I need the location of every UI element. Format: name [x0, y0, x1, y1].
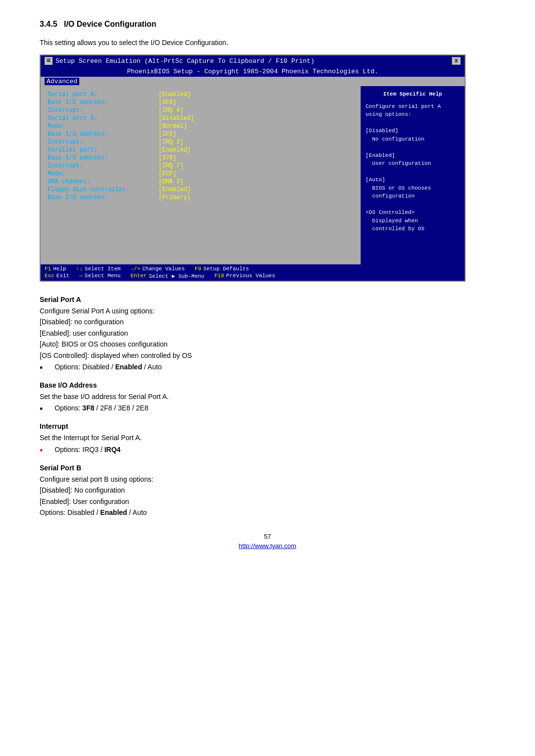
bios-row-base-io-b: Base I/O address: [2F8]	[48, 131, 354, 138]
doc-base-io-options-text: Options: 3F8 / 2F8 / 3E8 / 2E8	[54, 404, 148, 413]
bios-footer-change: -/+ Change Values	[130, 266, 185, 272]
bios-label-interrupt-b: Interrupt:	[48, 139, 157, 146]
doc-interrupt: Interrupt Set the Interrupt for Serial P…	[40, 422, 495, 454]
doc-serial-a-title: Serial Port A	[40, 296, 495, 303]
bios-label-serial-a: Serial port A:	[48, 91, 157, 98]
doc-serial-b-title: Serial Port B	[40, 464, 495, 472]
doc-serial-a-text: Configure Serial Port A using options: […	[40, 305, 495, 361]
bios-row-dma: DMA channel: [DMA 3]	[48, 178, 354, 185]
bios-footer-f10: F10 Previous Values	[214, 273, 275, 279]
page-link[interactable]: http://www.tyan.com	[239, 542, 296, 550]
bios-row-mode-parallel: Mode: [ECP]	[48, 170, 354, 177]
bullet-icon-serial-a: •	[40, 363, 43, 372]
bios-window-icon: 🖥	[45, 57, 53, 65]
page-footer: 57 http://www.tyan.com	[40, 533, 495, 550]
bios-label-base-io-b: Base I/O address:	[48, 131, 157, 138]
bios-row-mode-b: Mode: [Normal]	[48, 123, 354, 130]
bullet-icon-base-io: •	[40, 404, 43, 413]
bios-value-dma: [DMA 3]	[159, 178, 183, 185]
bios-footer-f9: F9 Setup Defaults	[195, 266, 249, 272]
bios-row-base-io-a: Base I/O address: [3F8]	[48, 99, 354, 106]
doc-interrupt-options-text: Options: IRQ3 / IRQ4	[54, 446, 120, 455]
bios-titlebar-text: Setup Screen Emulation (Alt-PrtSc Captur…	[55, 57, 315, 65]
section-title: 3.4.5 I/O Device Configuration	[40, 20, 495, 29]
bios-label-base-io-a: Base I/O address:	[48, 99, 157, 106]
bios-value-base-io-parallel: [378]	[159, 154, 176, 161]
bios-value-serial-a: [Enabled]	[159, 91, 191, 98]
bios-footer-arrows: ↑↓ Select Item	[76, 266, 121, 272]
bios-row-floppy: Floppy disk controller: [Enabled]	[48, 186, 354, 193]
bios-value-serial-b: [Disabled]	[159, 115, 194, 122]
bios-row-serial-a: Serial port A: [Enabled]	[48, 91, 354, 98]
bios-label-base-io-parallel: Base I/O address:	[48, 154, 157, 161]
bios-row-serial-b: Serial port B: [Disabled]	[48, 115, 354, 122]
bios-label-mode-parallel: Mode:	[48, 170, 157, 177]
doc-serial-b-text: Configure serial port B using options: […	[40, 474, 495, 518]
bios-row-interrupt-a: Interrupt: [IRQ 4]	[48, 107, 354, 114]
bios-value-parallel: [Enabled]	[159, 147, 191, 153]
bios-footer: F1 Help ↑↓ Select Item -/+ Change Values…	[41, 264, 465, 281]
bios-value-interrupt-parallel: [IRQ 7]	[159, 162, 183, 169]
bios-row-parallel: Parallel port: [Enabled]	[48, 147, 354, 153]
bios-titlebar: 🖥 Setup Screen Emulation (Alt-PrtSc Capt…	[41, 55, 465, 66]
bios-footer-row-2: Esc Exit ↔ Select Menu Enter Select ▶ Su…	[45, 273, 461, 279]
bios-body: Serial port A: [Enabled] Base I/O addres…	[41, 86, 465, 264]
bios-value-interrupt-a: [IRQ 4]	[159, 107, 183, 114]
bios-help-title: Item Specific Help	[366, 90, 460, 99]
bios-label-parallel: Parallel port:	[48, 147, 157, 153]
bios-label-dma: DMA channel:	[48, 178, 157, 185]
bios-help-content: Configure serial port A using options: […	[366, 102, 460, 233]
bios-window: 🖥 Setup Screen Emulation (Alt-PrtSc Capt…	[40, 54, 466, 282]
bios-header: PhoenixBIOS Setup - Copyright 1985-2004 …	[41, 66, 465, 77]
bios-value-base-io-floppy: [Primary]	[159, 194, 191, 201]
bios-label-floppy: Floppy disk controller:	[48, 186, 157, 193]
bios-footer-enter: Enter Select ▶ Sub-Menu	[130, 273, 204, 279]
bios-value-floppy: [Enabled]	[159, 186, 191, 193]
doc-interrupt-text: Set the Interrupt for Serial Port A.	[40, 432, 495, 443]
bios-menubar: Advanced	[41, 77, 465, 86]
doc-base-io-options: • Options: 3F8 / 2F8 / 3E8 / 2E8	[40, 404, 495, 413]
bios-help-panel: Item Specific Help Configure serial port…	[361, 86, 465, 264]
bios-value-base-io-b: [2F8]	[159, 131, 176, 138]
bios-close-button[interactable]: X	[452, 57, 461, 65]
bios-value-interrupt-b: [IRQ 3]	[159, 139, 183, 146]
bios-label-interrupt-parallel: Interrupt:	[48, 162, 157, 169]
bios-row-interrupt-b: Interrupt: [IRQ 3]	[48, 139, 354, 146]
bios-row-base-io-parallel: Base I/O address: [378]	[48, 154, 354, 161]
bios-footer-select-menu: ↔ Select Menu	[79, 273, 120, 279]
bios-label-serial-b: Serial port B:	[48, 115, 157, 122]
bios-label-interrupt-a: Interrupt:	[48, 107, 157, 114]
bios-footer-f1: F1 Help	[45, 266, 66, 272]
doc-base-io-title: Base I/O Address	[40, 381, 495, 389]
bios-menu-advanced[interactable]: Advanced	[45, 78, 79, 85]
bios-label-base-io-floppy: Base I/O address:	[48, 194, 157, 201]
bios-main-panel: Serial port A: [Enabled] Base I/O addres…	[41, 86, 361, 264]
doc-serial-port-a: Serial Port A Configure Serial Port A us…	[40, 296, 495, 372]
bullet-icon-interrupt: •	[40, 446, 43, 455]
doc-interrupt-options: • Options: IRQ3 / IRQ4	[40, 446, 495, 455]
bios-footer-row-1: F1 Help ↑↓ Select Item -/+ Change Values…	[45, 266, 461, 272]
bios-value-mode-parallel: [ECP]	[159, 170, 176, 177]
section-description: This setting allows you to select the I/…	[40, 39, 495, 47]
doc-serial-port-b: Serial Port B Configure serial port B us…	[40, 464, 495, 518]
doc-base-io-text: Set the base I/O address for Serial Port…	[40, 391, 495, 402]
page-number: 57	[40, 533, 495, 540]
doc-base-io-address: Base I/O Address Set the base I/O addres…	[40, 381, 495, 413]
doc-interrupt-title: Interrupt	[40, 422, 495, 430]
bios-label-mode-b: Mode:	[48, 123, 157, 130]
bios-value-mode-b: [Normal]	[159, 123, 187, 130]
doc-serial-a-options-text: Options: Disabled / Enabled / Auto	[54, 363, 161, 372]
doc-serial-a-options: • Options: Disabled / Enabled / Auto	[40, 363, 495, 372]
bios-row-base-io-floppy: Base I/O address: [Primary]	[48, 194, 354, 201]
bios-value-base-io-a: [3F8]	[159, 99, 176, 106]
bios-row-interrupt-parallel: Interrupt: [IRQ 7]	[48, 162, 354, 169]
bios-footer-esc: Esc Exit	[45, 273, 69, 279]
